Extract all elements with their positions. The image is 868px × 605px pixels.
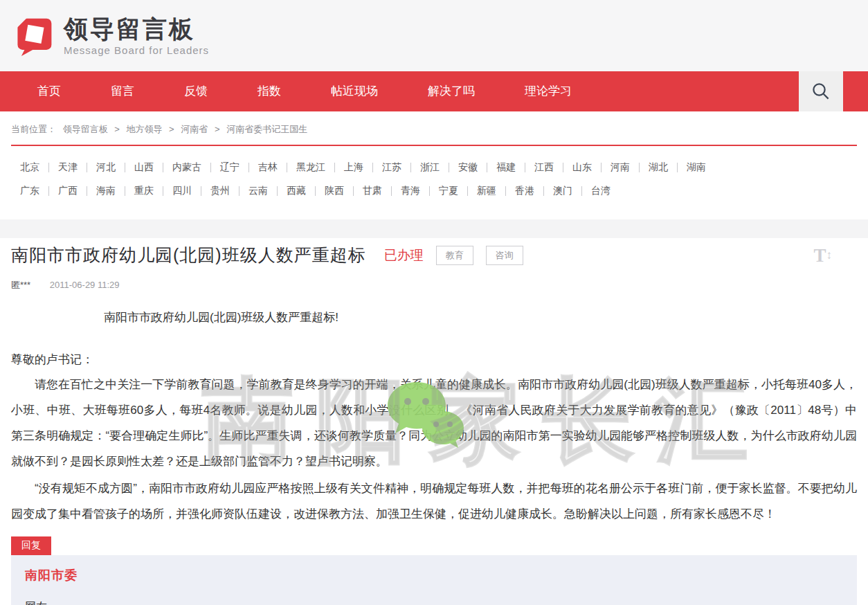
post-paragraph: “没有规矩不成方圆”，南阳市市政府幼儿园应严格按照上级有关文件精神，明确规定每班… [11, 476, 857, 527]
province-link[interactable]: 内蒙古 [163, 161, 210, 174]
breadcrumb-separator: > [114, 124, 120, 134]
main-nav: 首页 留言 反馈 指数 帖近现场 解决了吗 理论学习 [0, 71, 868, 111]
section-divider-band [0, 219, 868, 238]
breadcrumb-separator: > [169, 124, 174, 134]
province-link[interactable]: 新疆 [468, 185, 505, 197]
post-title: 南阳市市政府幼儿园(北园)班级人数严重超标 [11, 244, 366, 267]
nav-item-index[interactable]: 指数 [233, 71, 306, 111]
province-row-2: 广东 广西 海南 重庆 四川 贵州 云南 西藏 陕西 甘肃 青海 宁夏 新疆 香… [11, 185, 857, 197]
nav-item-messages[interactable]: 留言 [86, 71, 159, 111]
province-link[interactable]: 贵州 [201, 185, 239, 197]
province-link[interactable]: 浙江 [411, 161, 449, 174]
province-link[interactable]: 天津 [49, 161, 87, 174]
province-link[interactable]: 澳门 [544, 185, 581, 197]
tag-education[interactable]: 教育 [436, 246, 473, 265]
province-link[interactable]: 辽宁 [211, 161, 248, 174]
province-link[interactable]: 吉林 [249, 161, 287, 174]
province-link[interactable]: 上海 [335, 161, 372, 174]
province-link[interactable]: 山东 [563, 161, 601, 174]
search-icon [811, 81, 831, 102]
text-size-icon[interactable]: T ↕ [813, 245, 832, 267]
nav-item-scene[interactable]: 帖近现场 [306, 71, 403, 111]
nav-item-home[interactable]: 首页 [12, 71, 86, 111]
province-link[interactable]: 广东 [11, 185, 48, 197]
breadcrumb-item-henan[interactable]: 河南省 [181, 124, 208, 134]
province-link[interactable]: 湖北 [640, 161, 677, 174]
nav-item-solved[interactable]: 解决了吗 [403, 71, 500, 111]
post-body: 南阳市市政府幼儿园(北园)班级人数严重超标! 尊敬的卢书记： 请您在百忙之中关注… [11, 309, 857, 527]
province-link[interactable]: 重庆 [125, 185, 163, 197]
site-logo[interactable]: 领导留言板 Message Board for Leaders [14, 15, 209, 57]
province-link[interactable]: 河北 [87, 161, 125, 174]
province-link[interactable]: 安徽 [449, 161, 487, 174]
reply-button[interactable]: 回复 [11, 536, 51, 555]
post-paragraph: 请您在百忙之中关注一下学前教育问题，学前教育是终身学习的开端，关系儿童的健康成长… [11, 372, 857, 474]
province-link[interactable]: 湖南 [678, 161, 715, 174]
breadcrumb: 当前位置： 领导留言板 > 地方领导 > 河南省 > 河南省委书记王国生 [11, 111, 857, 145]
province-link[interactable]: 北京 [11, 161, 48, 174]
text-size-letter: T [813, 245, 826, 267]
logo-icon [14, 15, 54, 57]
post-date: 2011-06-29 11:29 [50, 280, 120, 290]
province-link[interactable]: 河南 [602, 161, 639, 174]
province-link[interactable]: 海南 [87, 185, 125, 197]
province-row-1: 北京 天津 河北 山西 内蒙古 辽宁 吉林 黑龙江 上海 江苏 浙江 安徽 福建… [11, 161, 857, 174]
province-link[interactable]: 江苏 [373, 161, 410, 174]
post-salutation: 尊敬的卢书记： [11, 352, 857, 368]
province-link[interactable]: 江西 [525, 161, 563, 174]
province-link[interactable]: 广西 [49, 185, 87, 197]
reply-section: 回复 南阳市委 网友： 您好！感谢您对家乡幼教工作的关心和支持，您于2011年6… [0, 536, 868, 605]
post-header: 南阳市市政府幼儿园(北园)班级人数严重超标 已办理 教育 咨询 T ↕ [11, 244, 857, 267]
breadcrumb-label: 当前位置： [11, 124, 56, 134]
logo-title: 领导留言板 [64, 16, 209, 42]
logo-subtitle: Message Board for Leaders [64, 44, 209, 56]
province-link[interactable]: 四川 [163, 185, 201, 197]
province-link[interactable]: 宁夏 [430, 185, 467, 197]
province-link[interactable]: 黑龙江 [287, 161, 334, 174]
logo-text: 领导留言板 Message Board for Leaders [64, 16, 209, 56]
province-links: 北京 天津 河北 山西 内蒙古 辽宁 吉林 黑龙江 上海 江苏 浙江 安徽 福建… [11, 146, 857, 219]
site-header: 领导留言板 Message Board for Leaders [0, 0, 868, 71]
breadcrumb-item-secretary[interactable]: 河南省委书记王国生 [226, 124, 307, 134]
province-link[interactable]: 福建 [487, 161, 525, 174]
post-subject-line: 南阳市市政府幼儿园(北园)班级人数严重超标! [11, 309, 857, 325]
breadcrumb-separator: > [215, 124, 220, 134]
nav-item-theory[interactable]: 理论学习 [500, 71, 597, 111]
breadcrumb-item-root[interactable]: 领导留言板 [63, 124, 108, 134]
province-link[interactable]: 山西 [125, 161, 163, 174]
province-link[interactable]: 甘肃 [354, 185, 391, 197]
province-link[interactable]: 陕西 [316, 185, 353, 197]
province-link[interactable]: 香港 [506, 185, 543, 197]
province-link[interactable]: 云南 [239, 185, 277, 197]
reply-org-name: 南阳市委 [25, 567, 843, 584]
reply-greeting: 网友： [25, 600, 843, 605]
breadcrumb-item-local-leaders[interactable]: 地方领导 [126, 124, 162, 134]
reply-box: 南阳市委 网友： 您好！感谢您对家乡幼教工作的关心和支持，您于2011年6月29… [11, 555, 857, 605]
province-link[interactable]: 台湾 [582, 185, 620, 197]
nav-item-feedback[interactable]: 反馈 [159, 71, 233, 111]
post-author: 匿*** [11, 280, 30, 290]
post-meta: 匿*** 2011-06-29 11:29 [11, 279, 857, 291]
province-link[interactable]: 西藏 [278, 185, 315, 197]
tag-consult[interactable]: 咨询 [486, 246, 523, 265]
search-button[interactable] [799, 71, 843, 111]
province-link[interactable]: 青海 [392, 185, 429, 197]
status-badge: 已办理 [384, 246, 424, 264]
text-size-arrow: ↕ [826, 249, 833, 262]
